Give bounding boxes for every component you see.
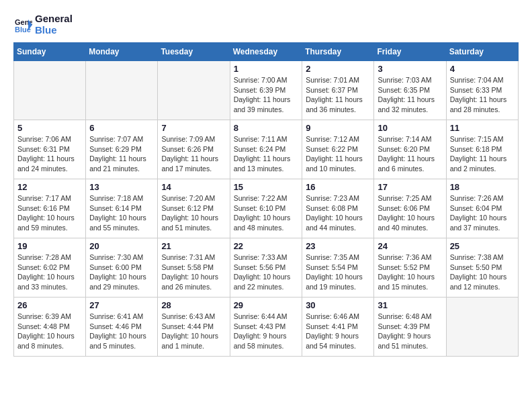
day-info: Sunrise: 7:26 AMSunset: 6:04 PMDaylight:…	[450, 193, 515, 233]
day-number: 7	[161, 123, 226, 133]
page-header: General Blue General Blue	[13, 13, 519, 36]
calendar-day	[446, 298, 518, 357]
calendar-day: 6Sunrise: 7:07 AMSunset: 6:29 PMDaylight…	[86, 120, 158, 179]
day-number: 22	[234, 241, 299, 251]
day-number: 1	[234, 64, 299, 74]
day-number: 6	[89, 123, 154, 133]
logo: General Blue General Blue	[13, 13, 73, 36]
week-row-5: 26Sunrise: 6:39 AMSunset: 4:48 PMDayligh…	[14, 298, 519, 357]
calendar-day: 31Sunrise: 6:48 AMSunset: 4:39 PMDayligh…	[374, 298, 446, 357]
calendar-day: 18Sunrise: 7:26 AMSunset: 6:04 PMDayligh…	[446, 179, 518, 238]
day-number: 9	[306, 123, 370, 133]
calendar-day: 14Sunrise: 7:20 AMSunset: 6:12 PMDayligh…	[158, 179, 230, 238]
logo-icon: General Blue	[13, 15, 32, 34]
day-info: Sunrise: 7:17 AMSunset: 6:16 PMDaylight:…	[17, 193, 82, 233]
calendar-day: 13Sunrise: 7:18 AMSunset: 6:14 PMDayligh…	[86, 179, 158, 238]
day-number: 5	[17, 123, 82, 133]
day-info: Sunrise: 7:01 AMSunset: 6:37 PMDaylight:…	[306, 75, 370, 115]
calendar-day: 30Sunrise: 6:46 AMSunset: 4:41 PMDayligh…	[302, 298, 374, 357]
calendar-day: 28Sunrise: 6:43 AMSunset: 4:44 PMDayligh…	[158, 298, 230, 357]
calendar-header-row: SundayMondayTuesdayWednesdayThursdayFrid…	[14, 43, 519, 61]
calendar-day	[86, 61, 158, 120]
day-number: 18	[450, 182, 515, 192]
day-number: 2	[306, 64, 370, 74]
calendar-day: 19Sunrise: 7:28 AMSunset: 6:02 PMDayligh…	[14, 238, 86, 298]
calendar-day: 2Sunrise: 7:01 AMSunset: 6:37 PMDaylight…	[302, 61, 374, 120]
day-number: 28	[161, 300, 226, 310]
day-number: 11	[450, 123, 515, 133]
calendar-day: 11Sunrise: 7:15 AMSunset: 6:18 PMDayligh…	[446, 120, 518, 179]
logo-general: General	[35, 13, 73, 25]
day-info: Sunrise: 7:28 AMSunset: 6:02 PMDaylight:…	[17, 253, 82, 292]
day-info: Sunrise: 7:04 AMSunset: 6:33 PMDaylight:…	[450, 75, 515, 115]
day-number: 21	[161, 241, 226, 251]
day-number: 25	[450, 241, 515, 251]
day-number: 12	[17, 182, 82, 192]
day-info: Sunrise: 7:14 AMSunset: 6:20 PMDaylight:…	[378, 134, 442, 174]
day-info: Sunrise: 7:03 AMSunset: 6:35 PMDaylight:…	[378, 75, 442, 115]
calendar-day: 10Sunrise: 7:14 AMSunset: 6:20 PMDayligh…	[374, 120, 446, 179]
calendar-day: 21Sunrise: 7:31 AMSunset: 5:58 PMDayligh…	[158, 238, 230, 298]
day-header-tuesday: Tuesday	[158, 43, 230, 61]
day-info: Sunrise: 7:38 AMSunset: 5:50 PMDaylight:…	[450, 253, 515, 292]
day-number: 29	[234, 300, 299, 310]
day-info: Sunrise: 7:09 AMSunset: 6:26 PMDaylight:…	[161, 134, 226, 174]
calendar-day: 3Sunrise: 7:03 AMSunset: 6:35 PMDaylight…	[374, 61, 446, 120]
calendar-day: 7Sunrise: 7:09 AMSunset: 6:26 PMDaylight…	[158, 120, 230, 179]
day-info: Sunrise: 7:25 AMSunset: 6:06 PMDaylight:…	[378, 193, 442, 233]
calendar-day: 4Sunrise: 7:04 AMSunset: 6:33 PMDaylight…	[446, 61, 518, 120]
calendar-day: 29Sunrise: 6:44 AMSunset: 4:43 PMDayligh…	[230, 298, 302, 357]
day-info: Sunrise: 7:07 AMSunset: 6:29 PMDaylight:…	[89, 134, 154, 174]
calendar-day: 25Sunrise: 7:38 AMSunset: 5:50 PMDayligh…	[446, 238, 518, 298]
day-info: Sunrise: 7:22 AMSunset: 6:10 PMDaylight:…	[234, 193, 299, 233]
calendar-day: 24Sunrise: 7:36 AMSunset: 5:52 PMDayligh…	[374, 238, 446, 298]
day-info: Sunrise: 7:31 AMSunset: 5:58 PMDaylight:…	[161, 253, 226, 292]
day-info: Sunrise: 7:00 AMSunset: 6:39 PMDaylight:…	[234, 75, 299, 115]
day-info: Sunrise: 6:44 AMSunset: 4:43 PMDaylight:…	[234, 312, 299, 351]
day-number: 14	[161, 182, 226, 192]
calendar-day	[14, 61, 86, 120]
week-row-1: 1Sunrise: 7:00 AMSunset: 6:39 PMDaylight…	[14, 61, 519, 120]
day-info: Sunrise: 7:23 AMSunset: 6:08 PMDaylight:…	[306, 193, 370, 233]
calendar-day: 5Sunrise: 7:06 AMSunset: 6:31 PMDaylight…	[14, 120, 86, 179]
day-info: Sunrise: 7:15 AMSunset: 6:18 PMDaylight:…	[450, 134, 515, 174]
week-row-4: 19Sunrise: 7:28 AMSunset: 6:02 PMDayligh…	[14, 238, 519, 298]
day-number: 30	[306, 300, 370, 310]
day-number: 31	[378, 300, 442, 310]
day-info: Sunrise: 7:35 AMSunset: 5:54 PMDaylight:…	[306, 253, 370, 292]
day-number: 26	[17, 300, 82, 310]
calendar-day: 8Sunrise: 7:11 AMSunset: 6:24 PMDaylight…	[230, 120, 302, 179]
day-number: 23	[306, 241, 370, 251]
calendar-day: 23Sunrise: 7:35 AMSunset: 5:54 PMDayligh…	[302, 238, 374, 298]
day-info: Sunrise: 7:18 AMSunset: 6:14 PMDaylight:…	[89, 193, 154, 233]
day-info: Sunrise: 7:30 AMSunset: 6:00 PMDaylight:…	[89, 253, 154, 292]
calendar-day: 12Sunrise: 7:17 AMSunset: 6:16 PMDayligh…	[14, 179, 86, 238]
day-number: 10	[378, 123, 442, 133]
day-number: 3	[378, 64, 442, 74]
day-number: 15	[234, 182, 299, 192]
day-number: 13	[89, 182, 154, 192]
day-info: Sunrise: 7:33 AMSunset: 5:56 PMDaylight:…	[234, 253, 299, 292]
day-info: Sunrise: 7:06 AMSunset: 6:31 PMDaylight:…	[17, 134, 82, 174]
calendar-day: 16Sunrise: 7:23 AMSunset: 6:08 PMDayligh…	[302, 179, 374, 238]
calendar-day: 9Sunrise: 7:12 AMSunset: 6:22 PMDaylight…	[302, 120, 374, 179]
week-row-3: 12Sunrise: 7:17 AMSunset: 6:16 PMDayligh…	[14, 179, 519, 238]
calendar-day: 15Sunrise: 7:22 AMSunset: 6:10 PMDayligh…	[230, 179, 302, 238]
day-info: Sunrise: 7:20 AMSunset: 6:12 PMDaylight:…	[161, 193, 226, 233]
day-header-sunday: Sunday	[14, 43, 86, 61]
day-info: Sunrise: 6:39 AMSunset: 4:48 PMDaylight:…	[17, 312, 82, 351]
day-number: 24	[378, 241, 442, 251]
day-number: 20	[89, 241, 154, 251]
day-header-thursday: Thursday	[302, 43, 374, 61]
day-number: 4	[450, 64, 515, 74]
day-info: Sunrise: 7:12 AMSunset: 6:22 PMDaylight:…	[306, 134, 370, 174]
day-number: 27	[89, 300, 154, 310]
day-header-friday: Friday	[374, 43, 446, 61]
day-info: Sunrise: 6:41 AMSunset: 4:46 PMDaylight:…	[89, 312, 154, 351]
day-info: Sunrise: 6:46 AMSunset: 4:41 PMDaylight:…	[306, 312, 370, 351]
day-number: 16	[306, 182, 370, 192]
calendar-day	[158, 61, 230, 120]
calendar-day: 26Sunrise: 6:39 AMSunset: 4:48 PMDayligh…	[14, 298, 86, 357]
day-header-wednesday: Wednesday	[230, 43, 302, 61]
calendar-day: 17Sunrise: 7:25 AMSunset: 6:06 PMDayligh…	[374, 179, 446, 238]
